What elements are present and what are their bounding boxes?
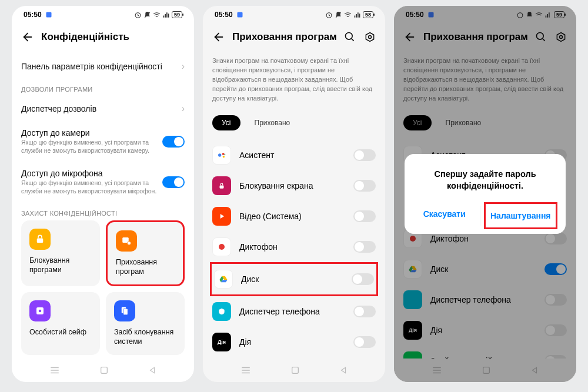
- dialog-message: Спершу задайте пароль конфіденційності.: [409, 168, 561, 203]
- app-lock-card[interactable]: Блокування програми: [21, 220, 100, 287]
- content[interactable]: Значки програм на початковому екрані та …: [203, 51, 385, 359]
- app-screen-lock[interactable]: Блокування екрана: [212, 170, 376, 201]
- back-nav-icon[interactable]: [148, 366, 156, 375]
- toggle[interactable]: [353, 306, 376, 317]
- private-safe-card[interactable]: Особистий сейф: [21, 292, 100, 355]
- privacy-password-dialog: Спершу задайте пароль конфіденційності. …: [405, 154, 566, 234]
- wifi-icon: [344, 11, 352, 19]
- toggle[interactable]: [352, 273, 374, 285]
- toggle[interactable]: [353, 210, 376, 222]
- phone-screen-2: 05:50 58 Приховання програм Значки прогр…: [203, 6, 385, 382]
- description: Значки програм на початковому екрані та …: [212, 51, 376, 113]
- status-battery: 58: [363, 11, 373, 18]
- app-indicator-icon: [236, 11, 243, 18]
- section-label: ЗАХИСТ КОНФІДЕНЦІЙНОСТІ: [21, 203, 185, 220]
- toggle[interactable]: [353, 149, 376, 161]
- header: Приховання програм: [203, 24, 385, 51]
- status-bar: 05:50 58: [203, 6, 385, 24]
- svg-rect-3: [37, 238, 44, 243]
- status-bar: 05:50 59: [12, 6, 194, 24]
- app-drive[interactable]: Диск: [210, 262, 378, 296]
- phone-screen-3: 05:50 59 Приховання програм Значки прогр…: [394, 6, 576, 382]
- hide-apps-card[interactable]: Приховання програм: [106, 220, 185, 287]
- back-nav-icon[interactable]: [339, 366, 348, 375]
- nav-bar: [203, 359, 385, 382]
- svg-rect-23: [292, 367, 299, 374]
- svg-point-14: [346, 33, 353, 40]
- signal-icon: [353, 11, 361, 19]
- toggle[interactable]: [353, 241, 376, 253]
- svg-point-15: [369, 36, 372, 39]
- svg-rect-0: [46, 12, 51, 18]
- page-title: Конфіденційність: [41, 31, 185, 43]
- chevron-right-icon: ›: [182, 103, 185, 114]
- wifi-icon: [153, 11, 161, 19]
- system-clone-card[interactable]: Засіб клонування системи: [106, 292, 185, 355]
- section-label: ДОЗВОЛИ ПРОГРАМИ: [21, 79, 185, 96]
- status-time: 05:50: [24, 11, 42, 19]
- recent-icon[interactable]: [49, 366, 60, 374]
- page-title: Приховання програм: [232, 31, 337, 43]
- status-time: 05:50: [215, 11, 233, 19]
- home-icon[interactable]: [99, 366, 109, 375]
- svg-rect-9: [123, 309, 128, 315]
- svg-point-17: [222, 153, 225, 155]
- header: Конфіденційність: [12, 24, 194, 51]
- settings-button[interactable]: Налаштування: [484, 202, 558, 229]
- back-icon[interactable]: [212, 31, 225, 43]
- svg-rect-20: [220, 185, 224, 188]
- svg-point-5: [128, 241, 131, 244]
- tab-all[interactable]: Усі: [212, 115, 240, 130]
- svg-point-19: [224, 154, 225, 155]
- app-diia[interactable]: Дія Дія: [212, 327, 376, 357]
- mic-access-row[interactable]: Доступ до мікрофона Якщо цю функцію вимк…: [21, 162, 185, 202]
- phone-screen-1: 05:50 59 Конфіденційність Панель парамет…: [12, 6, 194, 382]
- alarm-icon: [325, 11, 333, 19]
- content[interactable]: Панель параметрів конфіденційності › ДОЗ…: [12, 51, 194, 359]
- mic-toggle[interactable]: [162, 176, 185, 188]
- app-video[interactable]: Відео (Система): [212, 201, 376, 232]
- perm-manager-row[interactable]: Диспетчер дозволів ›: [21, 96, 185, 121]
- privacy-panel-row[interactable]: Панель параметрів конфіденційності ›: [21, 54, 185, 79]
- status-battery: 59: [172, 11, 182, 18]
- dialog-overlay: Спершу задайте пароль конфіденційності. …: [394, 6, 576, 382]
- toggle[interactable]: [353, 336, 376, 348]
- chevron-right-icon: ›: [182, 61, 185, 72]
- cancel-button[interactable]: Скасувати: [409, 202, 480, 229]
- app-recorder[interactable]: Диктофон: [212, 232, 376, 262]
- svg-point-7: [39, 310, 42, 313]
- svg-rect-10: [101, 367, 108, 374]
- back-icon[interactable]: [21, 31, 34, 43]
- svg-point-16: [218, 153, 221, 156]
- app-phone-manager[interactable]: Диспетчер телефона: [212, 296, 376, 327]
- app-indicator-icon: [45, 11, 52, 18]
- tab-hidden[interactable]: Приховано: [245, 115, 300, 130]
- nav-bar: [12, 359, 194, 382]
- camera-toggle[interactable]: [162, 136, 185, 148]
- alarm-icon: [134, 11, 142, 19]
- app-assistant[interactable]: Асистент: [212, 140, 376, 170]
- mute-icon: [335, 11, 342, 19]
- svg-rect-11: [237, 12, 242, 18]
- recent-icon[interactable]: [240, 366, 251, 374]
- search-icon[interactable]: [344, 31, 356, 43]
- home-icon[interactable]: [290, 366, 300, 375]
- signal-icon: [162, 11, 170, 19]
- mute-icon: [143, 11, 151, 19]
- camera-access-row[interactable]: Доступ до камери Якщо цю функцію вимкнен…: [21, 121, 185, 162]
- toggle[interactable]: [353, 180, 376, 192]
- gear-icon[interactable]: [364, 31, 376, 43]
- svg-point-18: [223, 156, 225, 158]
- tabs: Усі Приховано: [212, 113, 376, 140]
